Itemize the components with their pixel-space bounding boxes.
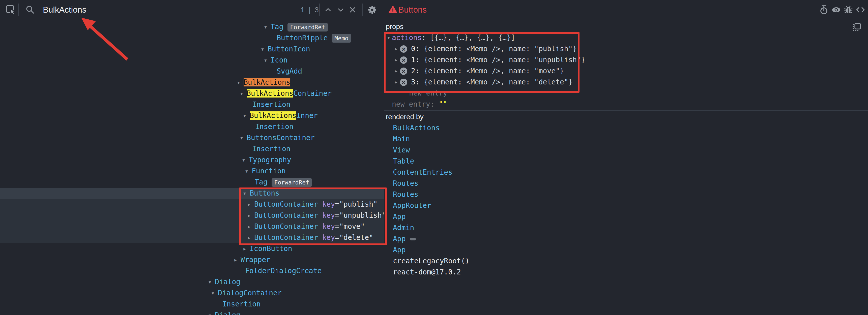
tree-row[interactable]: ButtonRippleMemo	[0, 33, 384, 44]
chevron-down-icon[interactable]: ▾	[209, 287, 216, 299]
chevron-right-icon[interactable]: ▸	[246, 221, 253, 232]
copy-props-icon[interactable]	[852, 23, 862, 32]
tree-row[interactable]: Insertion	[0, 121, 384, 132]
owner-link[interactable]: Routes	[384, 178, 418, 189]
owner-link[interactable]: App	[384, 233, 406, 244]
search-input[interactable]: BulkActions	[43, 0, 86, 20]
tree-row[interactable]: ▸ButtonContainer key="publish"	[0, 199, 384, 210]
props-row-content: actions: [{…}, {…}, {…}, {…}]	[384, 32, 515, 43]
tree-row[interactable]: SvgAdd	[0, 66, 384, 77]
previous-result-icon[interactable]	[324, 0, 332, 20]
tree-row[interactable]: ▸Wrapper	[0, 254, 384, 265]
owner-link[interactable]: AppRouter	[384, 200, 431, 211]
tree-row[interactable]: ▾DialogContainer	[0, 287, 384, 299]
tree-row-content: Insertion	[0, 99, 290, 110]
props-item-content: 3: {element: <Memo />, name: "delete"}	[384, 77, 573, 88]
chevron-right-icon[interactable]: ▸	[232, 254, 239, 265]
chevron-right-icon[interactable]: ▸	[393, 55, 399, 66]
chevron-down-icon[interactable]: ▾	[238, 132, 245, 143]
tree-row-content: TagForwardRef	[0, 177, 312, 188]
props-array-item[interactable]: ▸×0: {element: <Memo />, name: "publish"…	[384, 43, 868, 55]
delete-entry-icon[interactable]: ×	[400, 45, 407, 53]
key-value: ="publish"	[335, 200, 377, 208]
debug-bug-icon[interactable]	[843, 0, 854, 20]
tree-row[interactable]: ▾Dialog	[0, 276, 384, 287]
tree-row[interactable]: ▾ButtonIcon	[0, 44, 384, 55]
props-row-actions[interactable]: ▾actions: [{…}, {…}, {…}, {…}]	[384, 32, 868, 43]
chevron-down-icon[interactable]: ▾	[241, 188, 248, 199]
chevron-right-icon[interactable]: ▸	[246, 210, 253, 221]
clear-search-icon[interactable]	[348, 0, 357, 20]
settings-gear-icon[interactable]	[367, 0, 377, 20]
tree-row[interactable]: ▾BulkActionsInner	[0, 110, 384, 121]
chevron-right-icon[interactable]: ▸	[241, 243, 248, 254]
component-name: Dialog	[215, 278, 240, 286]
owner-link[interactable]: Admin	[384, 222, 414, 233]
tree-row[interactable]: ▸ButtonContainer key="move"	[0, 221, 384, 232]
component-badge: ForwardRef	[272, 178, 312, 187]
tree-row[interactable]: ▾ButtonsContainer	[0, 132, 384, 143]
tree-row[interactable]: TagForwardRef	[0, 177, 384, 188]
tree-row[interactable]: Insertion	[0, 99, 384, 110]
props-array-item[interactable]: ▸×2: {element: <Memo />, name: "move"}	[384, 66, 868, 77]
tree-row[interactable]: ▾Icon	[0, 55, 384, 66]
chevron-right-icon[interactable]: ▸	[246, 232, 253, 243]
component-name: Typography	[249, 156, 291, 164]
tree-row-content: SvgAdd	[0, 66, 302, 77]
new-entry-array-row[interactable]: new entry	[384, 88, 868, 99]
tree-row[interactable]: ▾Buttons	[0, 188, 384, 199]
chevron-down-icon[interactable]: ▾	[235, 77, 242, 88]
tree-row[interactable]: ▾BulkActions	[0, 77, 384, 88]
chevron-right-icon[interactable]: ▸	[246, 199, 253, 210]
search-results-count: 1 | 3	[301, 0, 320, 20]
chevron-down-icon[interactable]: ▾	[243, 166, 250, 177]
inspect-dom-eye-icon[interactable]	[831, 0, 841, 20]
tree-row[interactable]: ▾BulkActionsContainer	[0, 88, 384, 99]
owner-link[interactable]: Main	[384, 134, 410, 145]
chevron-down-icon[interactable]: ▾	[206, 310, 213, 315]
chevron-down-icon[interactable]: ▾	[241, 110, 248, 121]
chevron-down-icon[interactable]: ▾	[206, 276, 213, 287]
owner-link[interactable]: BulkActions	[384, 123, 439, 134]
tree-row[interactable]: ▸ButtonContainer key="delete"	[0, 232, 384, 243]
chevron-down-icon[interactable]: ▾	[238, 88, 245, 99]
owner-link[interactable]: Routes	[384, 189, 418, 200]
chevron-down-icon[interactable]: ▾	[262, 55, 269, 66]
delete-entry-icon[interactable]: ×	[400, 57, 407, 64]
tree-row[interactable]: ▾Function	[0, 166, 384, 177]
tree-row[interactable]: ▾TagForwardRef	[0, 22, 384, 33]
component-name: Function	[252, 167, 286, 175]
props-array-item[interactable]: ▸×1: {element: <Memo />, name: "unpublis…	[384, 55, 868, 66]
next-result-icon[interactable]	[336, 0, 345, 20]
tree-row[interactable]: ▸IconButton	[0, 243, 384, 254]
owner-link[interactable]: View	[384, 145, 410, 156]
owner-link[interactable]: ContentEntries	[384, 167, 453, 178]
chevron-right-icon[interactable]: ▸	[393, 43, 399, 55]
props-array-item[interactable]: ▸×3: {element: <Memo />, name: "delete"}	[384, 77, 868, 88]
tree-row[interactable]: Insertion	[0, 143, 384, 154]
owner-link[interactable]: App	[384, 211, 406, 222]
component-badge: ForwardRef	[287, 23, 328, 32]
rendered-by-row: App	[384, 211, 868, 222]
rendered-by-list: BulkActionsMainViewTableContentEntriesRo…	[384, 123, 868, 278]
new-entry-prop-row[interactable]: new entry: ""	[384, 99, 868, 110]
tree-row[interactable]: ▸ButtonContainer key="unpublish"	[0, 210, 384, 221]
owner-link[interactable]: Table	[384, 156, 414, 167]
tree-row[interactable]: ▾Dialog	[0, 310, 384, 315]
chevron-down-icon[interactable]: ▾	[240, 154, 247, 166]
owner-link[interactable]: App	[384, 244, 406, 255]
delete-entry-icon[interactable]: ×	[400, 79, 407, 86]
props-list: ▾actions: [{…}, {…}, {…}, {…}]▸×0: {elem…	[384, 32, 868, 110]
chevron-down-icon[interactable]: ▾	[385, 32, 392, 43]
chevron-down-icon[interactable]: ▾	[259, 44, 266, 55]
suspense-timer-icon[interactable]	[819, 0, 829, 20]
tree-row[interactable]: Insertion	[0, 299, 384, 310]
chevron-right-icon[interactable]: ▸	[393, 66, 399, 77]
view-source-code-icon[interactable]	[856, 0, 866, 20]
tree-row[interactable]: FolderDialogCreate	[0, 265, 384, 276]
chevron-down-icon[interactable]: ▾	[262, 22, 269, 33]
inspect-element-icon[interactable]	[5, 0, 16, 20]
delete-entry-icon[interactable]: ×	[400, 68, 407, 75]
chevron-right-icon[interactable]: ▸	[393, 77, 399, 88]
tree-row[interactable]: ▾Typography	[0, 154, 384, 166]
